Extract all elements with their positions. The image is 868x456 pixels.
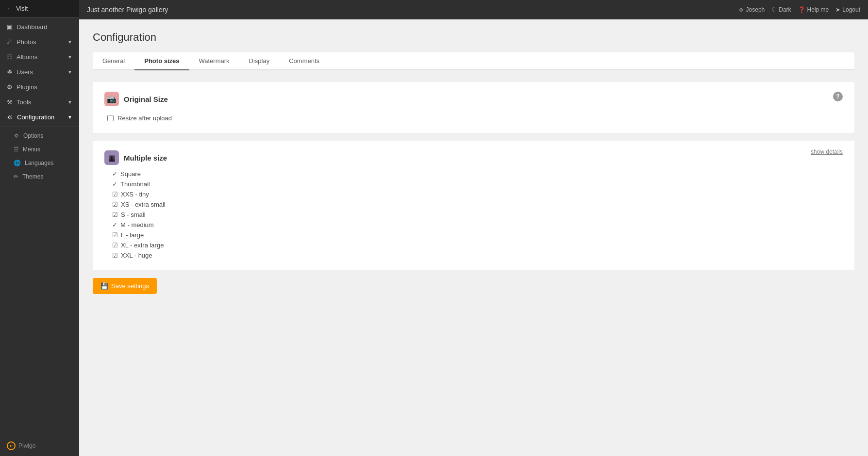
tab-bar: General Photo sizes Watermark Display Co… bbox=[93, 52, 854, 70]
sidebar-divider bbox=[0, 127, 79, 127]
sidebar-nav: ▣ Dashboard ☄ Photos ▼ ☶ Albums ▼ ☘ User… bbox=[0, 17, 79, 185]
save-icon: 💾 bbox=[100, 282, 108, 290]
sidebar-sub-languages[interactable]: 🌐 Languages bbox=[0, 156, 79, 170]
menus-icon: ☰ bbox=[14, 146, 19, 153]
visit-link[interactable]: ← Visit bbox=[0, 0, 79, 17]
topbar-actions: ☺ Joseph ☾ Dark ❓ Help me ➤ Logout bbox=[738, 6, 860, 13]
size-item-s: ☑ S - small bbox=[112, 210, 843, 220]
size-item-xs: ☑ XS - extra small bbox=[112, 199, 843, 210]
l-label: L - large bbox=[121, 231, 144, 239]
config-icon: ⛭ bbox=[7, 114, 13, 121]
sidebar-item-label: Tools bbox=[17, 98, 31, 106]
dashboard-icon: ▣ bbox=[7, 23, 13, 31]
help-icon: ❓ bbox=[798, 6, 805, 13]
sidebar-sub-themes[interactable]: ✏ Themes bbox=[0, 170, 79, 183]
multiple-size-title: Multiple size bbox=[124, 154, 167, 162]
xl-checkbox-icon: ☑ bbox=[112, 242, 118, 249]
xxl-label: XXL - huge bbox=[121, 252, 152, 259]
page-title: Configuration bbox=[93, 31, 854, 44]
sidebar-item-albums[interactable]: ☶ Albums ▼ bbox=[0, 49, 79, 65]
tools-icon: ⚒ bbox=[7, 98, 13, 106]
size-item-xxs: ☑ XXS - tiny bbox=[112, 189, 843, 199]
visit-label: Visit bbox=[16, 5, 28, 12]
l-checkbox-icon: ☑ bbox=[112, 231, 118, 239]
tab-watermark[interactable]: Watermark bbox=[189, 52, 239, 70]
tab-photo-sizes[interactable]: Photo sizes bbox=[134, 52, 189, 70]
m-label: M - medium bbox=[120, 221, 154, 228]
square-label: Square bbox=[120, 170, 141, 178]
main-content: Just another Piwigo gallery ☺ Joseph ☾ D… bbox=[79, 0, 868, 456]
config-arrow-icon: ▼ bbox=[67, 114, 72, 120]
sidebar-sub-options[interactable]: ⛭ Options bbox=[0, 129, 79, 143]
size-item-xl: ☑ XL - extra large bbox=[112, 240, 843, 250]
theme-label: Dark bbox=[779, 6, 791, 13]
users-arrow-icon: ▼ bbox=[67, 69, 72, 75]
tools-arrow-icon: ▼ bbox=[67, 99, 72, 105]
sidebar-item-photos[interactable]: ☄ Photos ▼ bbox=[0, 34, 79, 49]
save-button-label: Save settings bbox=[111, 282, 149, 290]
albums-arrow-icon: ▼ bbox=[67, 54, 72, 60]
original-size-card: 📷 Original Size Resize after upload ? bbox=[93, 82, 854, 133]
sidebar-item-label: Albums bbox=[17, 53, 37, 61]
sidebar-item-dashboard[interactable]: ▣ Dashboard bbox=[0, 19, 79, 34]
piwigo-logo-icon: P bbox=[7, 441, 16, 450]
photos-icon: ☄ bbox=[7, 38, 13, 46]
help-label: Help me bbox=[807, 6, 829, 13]
save-settings-button[interactable]: 💾 Save settings bbox=[93, 278, 157, 294]
xxs-label: XXS - tiny bbox=[121, 191, 149, 198]
sidebar: ← Visit ▣ Dashboard ☄ Photos ▼ ☶ Albums … bbox=[0, 0, 79, 456]
resize-after-upload-label[interactable]: Resize after upload bbox=[117, 114, 172, 122]
xxs-checkbox-icon: ☑ bbox=[112, 191, 118, 198]
thumbnail-label: Thumbnail bbox=[120, 180, 150, 188]
s-label: S - small bbox=[121, 211, 146, 218]
languages-icon: 🌐 bbox=[14, 160, 21, 166]
sidebar-item-plugins[interactable]: ⚙ Plugins bbox=[0, 80, 79, 95]
sub-item-label: Themes bbox=[22, 173, 43, 180]
tab-general[interactable]: General bbox=[93, 52, 134, 70]
resize-after-upload-checkbox[interactable] bbox=[107, 115, 114, 121]
site-title: Just another Piwigo gallery bbox=[87, 6, 168, 14]
multiple-size-header: ▦ Multiple size bbox=[104, 150, 167, 165]
sub-item-label: Options bbox=[23, 132, 43, 139]
sidebar-item-label: Users bbox=[17, 68, 33, 76]
square-check-icon: ✓ bbox=[112, 170, 117, 178]
size-item-m: ✓ M - medium bbox=[112, 220, 843, 230]
show-details-link[interactable]: show details bbox=[811, 148, 843, 155]
help-action[interactable]: ❓ Help me bbox=[798, 6, 829, 13]
themes-icon: ✏ bbox=[14, 173, 18, 180]
size-item-thumbnail: ✓ Thumbnail bbox=[112, 179, 843, 189]
content-area: Configuration General Photo sizes Waterm… bbox=[79, 19, 868, 456]
sidebar-item-label: Dashboard bbox=[17, 23, 48, 31]
sidebar-item-tools[interactable]: ⚒ Tools ▼ bbox=[0, 95, 79, 110]
tab-display[interactable]: Display bbox=[239, 52, 280, 70]
user-icon: ☺ bbox=[738, 6, 744, 13]
logout-label: Logout bbox=[842, 6, 860, 13]
xs-checkbox-icon: ☑ bbox=[112, 201, 118, 208]
xs-label: XS - extra small bbox=[121, 201, 166, 208]
logout-icon: ➤ bbox=[835, 6, 840, 13]
visit-arrow-icon: ← bbox=[7, 5, 13, 12]
sidebar-item-label: Photos bbox=[17, 38, 36, 46]
tab-comments[interactable]: Comments bbox=[279, 52, 329, 70]
multiple-size-card: ▦ Multiple size show details ✓ Square ✓ … bbox=[93, 141, 854, 270]
xl-label: XL - extra large bbox=[121, 242, 164, 249]
logout-action[interactable]: ➤ Logout bbox=[835, 6, 860, 13]
original-size-title: Original Size bbox=[124, 95, 168, 103]
sidebar-sub-menus[interactable]: ☰ Menus bbox=[0, 143, 79, 156]
sidebar-item-configuration[interactable]: ⛭ Configuration ▼ bbox=[0, 110, 79, 125]
original-size-help-icon[interactable]: ? bbox=[833, 92, 843, 101]
sidebar-item-label: Configuration bbox=[17, 114, 54, 121]
size-item-square: ✓ Square bbox=[112, 169, 843, 179]
original-size-icon: 📷 bbox=[104, 92, 119, 106]
theme-action[interactable]: ☾ Dark bbox=[771, 6, 791, 13]
albums-icon: ☶ bbox=[7, 53, 13, 61]
user-action[interactable]: ☺ Joseph bbox=[738, 6, 765, 13]
piwigo-logo-text: Piwigo bbox=[18, 442, 35, 449]
piwigo-logo: P Piwigo bbox=[7, 441, 35, 450]
moon-icon: ☾ bbox=[771, 6, 777, 13]
thumbnail-check-icon: ✓ bbox=[112, 180, 117, 188]
multiple-size-icon: ▦ bbox=[104, 150, 119, 165]
sidebar-item-users[interactable]: ☘ Users ▼ bbox=[0, 65, 79, 80]
m-check-icon: ✓ bbox=[112, 221, 117, 228]
options-icon: ⛭ bbox=[14, 132, 19, 139]
